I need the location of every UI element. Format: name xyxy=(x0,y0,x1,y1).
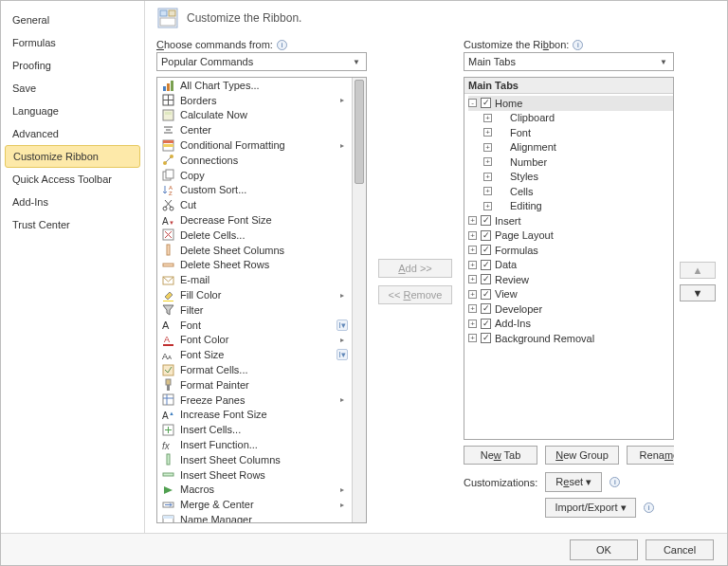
scrollbar[interactable] xyxy=(352,78,366,522)
command-item[interactable]: Format Cells... xyxy=(157,362,352,377)
checkbox[interactable]: ✓ xyxy=(481,319,491,329)
expand-icon[interactable]: + xyxy=(483,143,492,152)
expand-icon[interactable]: + xyxy=(468,275,477,283)
expand-icon[interactable]: + xyxy=(483,128,492,137)
command-item[interactable]: AFont Color▸ xyxy=(157,333,352,348)
tree-tab-formulas[interactable]: +✓Formulas xyxy=(468,243,673,258)
sidebar-item-language[interactable]: Language xyxy=(1,100,144,122)
tree-tab-data[interactable]: +✓Data xyxy=(468,258,673,273)
tree-group-cells[interactable]: +Cells xyxy=(468,184,673,199)
command-item[interactable]: AAFont SizeI▾ xyxy=(157,347,352,362)
sidebar-item-formulas[interactable]: Formulas xyxy=(1,31,144,54)
command-item[interactable]: Freeze Panes▸ xyxy=(157,393,352,408)
move-down-button[interactable]: ▼ xyxy=(680,284,716,301)
command-item[interactable]: Center xyxy=(157,122,352,137)
command-item[interactable]: Conditional Formatting▸ xyxy=(157,137,352,153)
checkbox[interactable]: ✓ xyxy=(481,274,491,284)
expand-icon[interactable]: + xyxy=(468,216,477,225)
expand-icon[interactable]: + xyxy=(468,320,477,328)
choose-commands-combo[interactable]: Popular Commands ▼ xyxy=(156,52,367,71)
command-item[interactable]: fxInsert Function... xyxy=(157,437,352,452)
command-item[interactable]: Borders▸ xyxy=(157,93,352,108)
collapse-icon[interactable]: - xyxy=(468,99,477,107)
checkbox[interactable]: ✓ xyxy=(481,260,491,270)
command-item[interactable]: Insert Sheet Rows xyxy=(157,467,352,483)
tabs-treeview[interactable]: Main Tabs -✓Home+Clipboard+Font+Alignmen… xyxy=(464,77,674,440)
tree-tab-view[interactable]: +✓View xyxy=(468,287,673,302)
command-item[interactable]: Copy xyxy=(157,168,352,183)
command-item[interactable]: Merge & Center▸ xyxy=(157,497,352,512)
ok-button[interactable]: OK xyxy=(570,539,638,560)
command-item[interactable]: Name Manager xyxy=(157,512,352,522)
command-item[interactable]: Filter xyxy=(157,302,352,318)
tree-tab-add-ins[interactable]: +✓Add-Ins xyxy=(468,317,673,332)
tree-group-clipboard[interactable]: +Clipboard xyxy=(468,111,673,126)
remove-button[interactable]: << Remove xyxy=(378,285,452,304)
new-tab-button[interactable]: New Tab xyxy=(464,446,537,465)
tree-tab-insert[interactable]: +✓Insert xyxy=(468,213,673,228)
sidebar-item-trust-center[interactable]: Trust Center xyxy=(1,213,144,236)
command-item[interactable]: A▲Increase Font Size xyxy=(157,408,352,423)
customize-ribbon-combo[interactable]: Main Tabs ▼ xyxy=(464,52,674,71)
tree-tab-developer[interactable]: +✓Developer xyxy=(468,301,673,317)
cancel-button[interactable]: Cancel xyxy=(646,539,714,560)
expand-icon[interactable]: + xyxy=(468,334,477,342)
expand-icon[interactable]: + xyxy=(483,202,492,210)
command-item[interactable]: All Chart Types... xyxy=(157,78,352,93)
add-button[interactable]: Add >> xyxy=(378,259,452,278)
sidebar-item-add-ins[interactable]: Add-Ins xyxy=(1,191,144,213)
expand-icon[interactable]: + xyxy=(468,304,477,313)
expand-icon[interactable]: + xyxy=(483,114,492,122)
expand-icon[interactable]: + xyxy=(483,173,492,181)
help-icon[interactable]: i xyxy=(573,40,583,50)
help-icon[interactable]: i xyxy=(277,40,287,50)
tree-group-alignment[interactable]: +Alignment xyxy=(468,140,673,155)
checkbox[interactable]: ✓ xyxy=(481,333,491,343)
move-up-button[interactable]: ▲ xyxy=(680,262,716,279)
sidebar-item-proofing[interactable]: Proofing xyxy=(1,54,144,77)
expand-icon[interactable]: + xyxy=(468,290,477,299)
checkbox[interactable]: ✓ xyxy=(481,303,491,314)
expand-icon[interactable]: + xyxy=(483,157,492,166)
command-item[interactable]: Fill Color▸ xyxy=(157,287,352,302)
commands-listbox[interactable]: All Chart Types...Borders▸Calculate NowC… xyxy=(156,77,367,523)
tree-tab-home[interactable]: -✓Home xyxy=(468,96,673,111)
tree-group-editing[interactable]: +Editing xyxy=(468,199,673,214)
command-item[interactable]: Connections xyxy=(157,153,352,168)
command-item[interactable]: Delete Sheet Rows xyxy=(157,258,352,273)
help-icon[interactable]: i xyxy=(644,502,654,513)
sidebar-item-advanced[interactable]: Advanced xyxy=(1,122,144,145)
command-item[interactable]: E-mail xyxy=(157,272,352,287)
rename-button[interactable]: Rename... xyxy=(627,446,674,465)
expand-icon[interactable]: + xyxy=(468,246,477,254)
tree-group-number[interactable]: +Number xyxy=(468,155,673,170)
expand-icon[interactable]: + xyxy=(483,187,492,195)
sidebar-item-general[interactable]: General xyxy=(1,9,144,31)
sidebar-item-save[interactable]: Save xyxy=(1,77,144,100)
scrollbar-thumb[interactable] xyxy=(355,80,364,184)
tree-tab-background-removal[interactable]: +✓Background Removal xyxy=(468,331,673,346)
command-item[interactable]: Calculate Now xyxy=(157,108,352,123)
command-item[interactable]: Format Painter xyxy=(157,377,352,393)
command-item[interactable]: Insert Sheet Columns xyxy=(157,452,352,467)
checkbox[interactable]: ✓ xyxy=(481,230,491,241)
expand-icon[interactable]: + xyxy=(468,261,477,269)
command-item[interactable]: Macros▸ xyxy=(157,483,352,498)
command-item[interactable]: AFontI▾ xyxy=(157,318,352,333)
tree-group-font[interactable]: +Font xyxy=(468,125,673,140)
sidebar-item-customize-ribbon[interactable]: Customize Ribbon xyxy=(5,145,140,168)
command-item[interactable]: Delete Sheet Columns xyxy=(157,243,352,258)
command-item[interactable]: Insert Cells... xyxy=(157,422,352,437)
command-item[interactable]: AZCustom Sort... xyxy=(157,183,352,198)
reset-button[interactable]: Reset ▾ xyxy=(545,472,602,492)
expand-icon[interactable]: + xyxy=(468,231,477,240)
tree-group-styles[interactable]: +Styles xyxy=(468,170,673,185)
checkbox[interactable]: ✓ xyxy=(481,245,491,255)
import-export-button[interactable]: Import/Export ▾ xyxy=(545,498,636,518)
new-group-button[interactable]: New Group xyxy=(545,446,619,465)
help-icon[interactable]: i xyxy=(610,477,620,487)
sidebar-item-quick-access-toolbar[interactable]: Quick Access Toolbar xyxy=(1,168,144,191)
checkbox[interactable]: ✓ xyxy=(481,98,491,108)
tree-tab-page-layout[interactable]: +✓Page Layout xyxy=(468,228,673,244)
command-item[interactable]: A▼Decrease Font Size xyxy=(157,212,352,228)
